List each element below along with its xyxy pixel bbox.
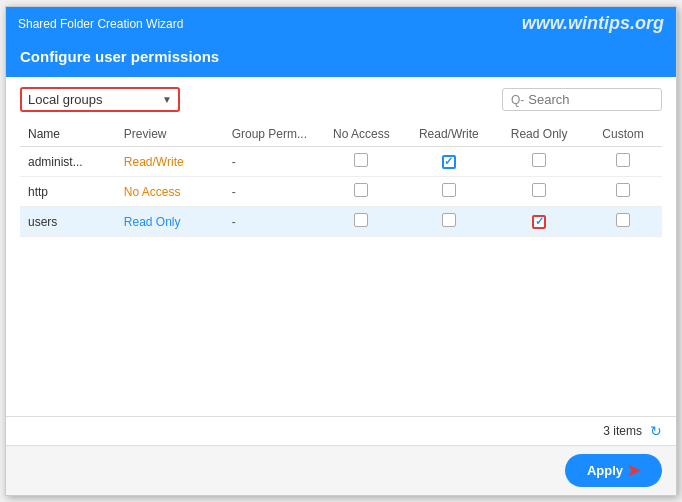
apply-label: Apply: [587, 463, 623, 478]
cell-custom[interactable]: [584, 177, 662, 207]
checkbox-readwrite[interactable]: [442, 213, 456, 227]
cell-preview: No Access: [116, 177, 224, 207]
col-header-readwrite: Read/Write: [403, 122, 494, 147]
search-box: Q-: [502, 88, 662, 111]
title-bar: Shared Folder Creation Wizard www.wintip…: [6, 7, 676, 40]
cell-noaccess[interactable]: [320, 207, 404, 237]
cell-name: http: [20, 177, 116, 207]
search-input[interactable]: [528, 92, 653, 107]
cell-readonly[interactable]: ✓: [494, 207, 584, 237]
col-header-custom: Custom: [584, 122, 662, 147]
cell-groupperm: -: [224, 147, 320, 177]
cell-preview: Read/Write: [116, 147, 224, 177]
cell-noaccess[interactable]: [320, 147, 404, 177]
table-row: administ...Read/Write-✓: [20, 147, 662, 177]
table-body: administ...Read/Write-✓httpNo Access-use…: [20, 147, 662, 237]
refresh-icon[interactable]: ↻: [650, 423, 662, 439]
checkbox-custom[interactable]: [616, 213, 630, 227]
checkbox-noaccess[interactable]: [354, 213, 368, 227]
wizard-header: Configure user permissions: [6, 40, 676, 77]
cell-readwrite[interactable]: [403, 207, 494, 237]
table-row: usersRead Only-✓: [20, 207, 662, 237]
checkbox-custom[interactable]: [616, 153, 630, 167]
footer-bar: 3 items ↻: [6, 416, 676, 445]
checkbox-noaccess[interactable]: [354, 153, 368, 167]
page-title: Configure user permissions: [20, 48, 219, 65]
toolbar: Local groups ▼ Q-: [20, 87, 662, 112]
arrow-right-icon: ➤: [627, 461, 640, 480]
cell-readwrite[interactable]: ✓: [403, 147, 494, 177]
action-bar: Apply ➤: [6, 445, 676, 495]
col-header-groupperm: Group Perm...: [224, 122, 320, 147]
content-area: Local groups ▼ Q- Name Preview Group Per…: [6, 77, 676, 416]
cell-preview: Read Only: [116, 207, 224, 237]
window-title: Shared Folder Creation Wizard: [18, 17, 183, 31]
checkbox-readwrite[interactable]: [442, 183, 456, 197]
dropdown-label: Local groups: [28, 92, 158, 107]
cell-name: administ...: [20, 147, 116, 177]
col-header-preview: Preview: [116, 122, 224, 147]
cell-name: users: [20, 207, 116, 237]
col-header-readonly: Read Only: [494, 122, 584, 147]
cell-groupperm: -: [224, 207, 320, 237]
cell-custom[interactable]: [584, 147, 662, 177]
table-header-row: Name Preview Group Perm... No Access Rea…: [20, 122, 662, 147]
main-window: Shared Folder Creation Wizard www.wintip…: [5, 6, 677, 496]
search-icon: Q-: [511, 93, 524, 107]
col-header-noaccess: No Access: [320, 122, 404, 147]
checkbox-readonly[interactable]: ✓: [532, 215, 546, 229]
apply-button[interactable]: Apply ➤: [565, 454, 662, 487]
item-count: 3 items: [603, 424, 642, 438]
cell-noaccess[interactable]: [320, 177, 404, 207]
cell-groupperm: -: [224, 177, 320, 207]
chevron-down-icon: ▼: [162, 94, 172, 105]
checkbox-custom[interactable]: [616, 183, 630, 197]
cell-custom[interactable]: [584, 207, 662, 237]
cell-readwrite[interactable]: [403, 177, 494, 207]
table-row: httpNo Access-: [20, 177, 662, 207]
cell-readonly[interactable]: [494, 147, 584, 177]
watermark: www.wintips.org: [522, 13, 664, 34]
permissions-table: Name Preview Group Perm... No Access Rea…: [20, 122, 662, 237]
checkbox-readonly[interactable]: [532, 153, 546, 167]
checkbox-noaccess[interactable]: [354, 183, 368, 197]
cell-readonly[interactable]: [494, 177, 584, 207]
checkbox-readwrite[interactable]: ✓: [442, 155, 456, 169]
checkbox-readonly[interactable]: [532, 183, 546, 197]
col-header-name: Name: [20, 122, 116, 147]
local-groups-dropdown[interactable]: Local groups ▼: [20, 87, 180, 112]
